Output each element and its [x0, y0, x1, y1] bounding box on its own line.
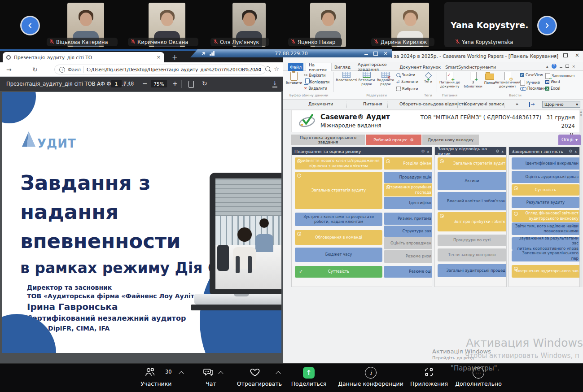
kanban-card[interactable]: Ідентифіковані викривлен	[512, 157, 579, 170]
kanban-card[interactable]: Резюме оці	[384, 266, 432, 278]
kanban-card[interactable]: Процедури по суті	[438, 235, 506, 246]
ribbon-tab-document[interactable]: Документ	[401, 63, 421, 71]
doc-tab-issues[interactable]: Питання	[363, 101, 382, 106]
zoom-in-button[interactable]: +	[172, 80, 178, 87]
kanban-card[interactable]: Оцініть впроваджен	[384, 237, 432, 249]
kanban-card[interactable]: Отримання розуміння господа	[384, 183, 432, 196]
rotate-icon[interactable]: ↻	[202, 80, 207, 87]
ribbon-tab-home[interactable]: На початок	[306, 63, 332, 71]
minimize-icon[interactable]	[364, 52, 368, 55]
tab-close-icon[interactable]: ×	[157, 54, 161, 60]
kanban-card[interactable]: Загальні аудиторські процед	[438, 264, 506, 277]
collapse-icon[interactable]: ▴	[574, 149, 577, 153]
kanban-card[interactable]: Процедури оцін	[384, 172, 432, 183]
kanban-card[interactable]: Активи	[438, 172, 506, 190]
find-button[interactable]: Знайти	[396, 73, 415, 77]
cut-button[interactable]: ✂Вирізати	[304, 73, 325, 78]
kanban-card[interactable]: Бюджет часу	[295, 248, 382, 262]
kanban-card[interactable]: Загальна стратегія аудит	[438, 157, 506, 170]
ribbon-tab-account[interactable]: Рахунок	[423, 63, 440, 71]
pdf-viewport[interactable]: УДИТ Завдання з надання впевненности в р…	[0, 91, 283, 363]
next-participants-button[interactable]	[539, 17, 556, 34]
kanban-card[interactable]: Оцініть аудиторські доказ	[512, 171, 579, 183]
view-tab-preparation[interactable]: Підготовка аудиторського завдання	[291, 135, 365, 145]
kanban-card[interactable]: Суттєвість	[512, 184, 579, 196]
ribbon-tab-view[interactable]: Вигляд	[335, 63, 350, 71]
document-issue-button[interactable]: Питання до документу	[438, 72, 461, 88]
zoom-out-button[interactable]: −	[142, 80, 148, 87]
goto-icon[interactable]: →	[529, 102, 535, 107]
ribbon-tab-audit[interactable]: Аудиторське завдання	[355, 63, 394, 71]
more-button[interactable]: ··· Дополнительно	[438, 364, 519, 392]
caseview-button[interactable]: CCaseView	[520, 73, 543, 77]
kanban-card[interactable]: Обговорення в команді	[295, 230, 382, 245]
delete-button[interactable]: ✕Видалити	[304, 87, 327, 91]
panel-header[interactable]: Заходи у відповідь на ризик ⚙▴	[435, 147, 506, 155]
previous-participants-button[interactable]	[22, 17, 39, 34]
kanban-card[interactable]: Власний капітал і зобов'язан	[438, 192, 506, 210]
delete-row-button[interactable]: Видалити рядок	[377, 72, 395, 86]
kanban-card[interactable]: Прийняття нового клієнта/продовження від…	[295, 157, 382, 170]
paste-button[interactable]: Вставити	[286, 72, 302, 85]
gear-icon[interactable]: ⚙	[410, 138, 414, 142]
ribbon-tab-tools[interactable]: Інструменти	[471, 63, 493, 71]
doc-tab-documents[interactable]: Документи	[308, 101, 333, 106]
mdi-minimize-icon[interactable]	[560, 65, 562, 68]
kanban-card[interactable]: Звіти тим, кого наділено найви повноваже…	[512, 222, 579, 235]
help-icon[interactable]: ?	[552, 64, 557, 69]
kanban-card[interactable]: Ідентифіко	[384, 197, 432, 209]
manual-document-button[interactable]: Ручний	[520, 80, 540, 86]
kanban-card[interactable]: Результати аудиту	[512, 197, 579, 208]
properties-button[interactable]: Властивості	[336, 72, 357, 83]
ribbon-tab-smartsync[interactable]: SmartSync	[447, 63, 467, 71]
reload-icon[interactable]: ↻	[32, 66, 38, 73]
kanban-card[interactable]: Завершення аудиторського зав	[512, 265, 579, 278]
mdi-close-icon[interactable]: ×	[572, 64, 576, 69]
replace-button[interactable]: ⇄Замінити	[396, 80, 418, 84]
kanban-card[interactable]: Зауваження за результатами зас питань ко…	[512, 237, 579, 250]
folder-button[interactable]: Папка	[483, 72, 496, 85]
kanban-card[interactable]: Структура зах	[384, 226, 432, 237]
new-tab-button[interactable]: +	[172, 53, 178, 61]
view-tab-workflow-active[interactable]: Робочий процес ⚙	[366, 135, 421, 145]
excel-button[interactable]: XExcel	[545, 87, 560, 91]
kanban-card[interactable]: Ризики, притама	[384, 213, 432, 225]
kanban-card[interactable]: Зустрічі з клієнтами та результати робот…	[295, 213, 382, 226]
minimize-icon[interactable]	[552, 54, 556, 57]
mdi-restore-icon[interactable]	[565, 65, 569, 68]
collapse-icon[interactable]: ▴	[501, 149, 504, 153]
restore-icon[interactable]	[373, 52, 378, 56]
gear-icon[interactable]: ⚙	[421, 149, 425, 153]
kanban-card[interactable]: Огляд фінансової звітност аудиторського …	[512, 210, 579, 222]
kanban-card[interactable]: Резюме ризи	[384, 250, 432, 263]
word-button[interactable]: WWord	[545, 80, 560, 84]
automatic-document-button[interactable]: Автоматичний документ	[497, 72, 518, 88]
doc-tab-adjusting-entries[interactable]: Коригуючі записи	[464, 101, 504, 106]
insert-row-button[interactable]: Вставити рядок	[358, 72, 376, 86]
url-field[interactable]: Файл C:/Users/flg.user1/Desktop/Презента…	[54, 65, 266, 74]
fit-page-icon[interactable]	[188, 81, 194, 88]
zoom-level-input[interactable]: 75%	[151, 80, 167, 87]
kanban-card[interactable]: Загальна стратегія аудиту	[295, 172, 382, 209]
view-tab-add-new[interactable]: Додати нову вкладку	[422, 135, 479, 145]
close-icon[interactable]: ×	[383, 51, 388, 56]
pin-icon[interactable]	[201, 49, 206, 58]
search-icon[interactable]	[265, 66, 270, 71]
tags-button[interactable]: Теги	[421, 72, 436, 84]
maximize-icon[interactable]	[563, 53, 568, 57]
ribbon-tab-file[interactable]: Файл	[288, 63, 303, 71]
page-number-input[interactable]: 1	[111, 80, 122, 87]
panel-header[interactable]: Планування та оцінка ризику ⚙▴	[292, 147, 432, 155]
collapse-ribbon-icon[interactable]: ▴	[546, 64, 548, 69]
browser-tab[interactable]: Презентація_аудиту_дія сіті ТО ×	[3, 52, 164, 62]
doc-tab-trial-balance[interactable]: Оборотно-сальдова відомість	[399, 101, 466, 106]
download-icon[interactable]: ↓	[272, 80, 277, 87]
overflow-chevron-icon[interactable]: »	[516, 101, 518, 106]
panel-header[interactable]: Завершення і звітність ⚙▴	[509, 147, 579, 155]
info-icon[interactable]	[59, 67, 65, 73]
gear-icon[interactable]: ⚙	[495, 149, 499, 153]
copy-button[interactable]: Копіювати	[304, 80, 329, 85]
kanban-card[interactable]: Тести заходу контролю	[438, 248, 506, 261]
kanban-card[interactable]: Запевнення управлінського пер	[512, 250, 579, 261]
select-button[interactable]: Вибрати	[396, 87, 418, 91]
